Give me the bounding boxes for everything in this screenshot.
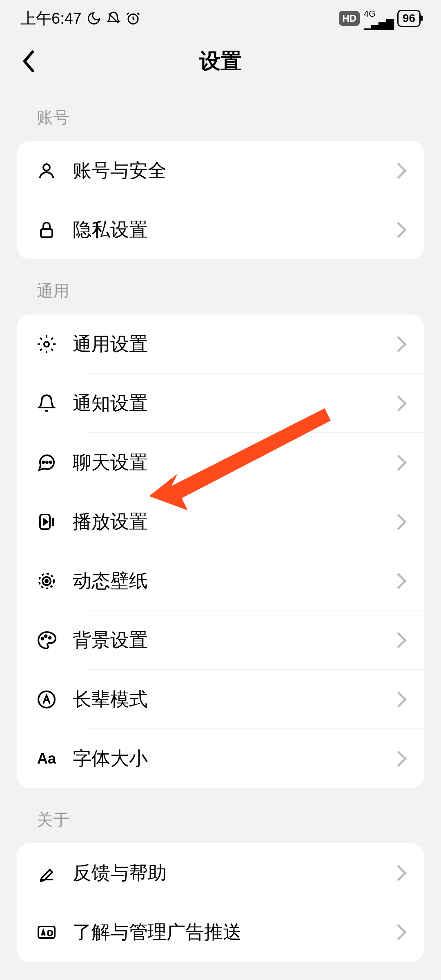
chevron-right-icon: [390, 336, 407, 352]
palette-icon: [37, 630, 56, 650]
chevron-right-icon: [390, 163, 407, 179]
ad-icon: [37, 922, 56, 942]
back-button[interactable]: [16, 49, 41, 74]
card-about: 反馈与帮助 了解与管理广告推送: [17, 843, 424, 962]
row-playback-settings[interactable]: 播放设置: [17, 492, 424, 551]
bell-icon: [37, 394, 56, 413]
row-feedback[interactable]: 反馈与帮助: [17, 843, 424, 902]
chevron-right-icon: [390, 395, 407, 412]
row-label: 通知设置: [73, 391, 393, 416]
page-title: 设置: [199, 47, 242, 76]
card-general: 通用设置 通知设置 聊天设置 播放设置 动态壁纸 背景设置: [17, 314, 424, 788]
row-label: 播放设置: [73, 509, 393, 535]
target-icon: [37, 571, 56, 591]
circle-a-icon: [37, 690, 56, 709]
chevron-right-icon: [390, 924, 407, 940]
chevron-right-icon: [390, 514, 407, 530]
row-label: 聊天设置: [73, 450, 393, 475]
svg-point-14: [49, 637, 51, 639]
row-privacy[interactable]: 隐私设置: [17, 200, 424, 259]
header: 设置: [0, 37, 441, 86]
row-background-settings[interactable]: 背景设置: [17, 610, 424, 670]
hd-badge: HD: [339, 11, 360, 26]
status-left: 上午6:47: [20, 8, 140, 29]
row-label: 了解与管理广告推送: [73, 920, 393, 945]
svg-point-1: [43, 164, 50, 171]
status-time: 上午6:47: [20, 8, 82, 29]
svg-point-11: [45, 580, 48, 582]
lock-icon: [37, 220, 56, 240]
chevron-right-icon: [390, 691, 407, 708]
row-chat-settings[interactable]: 聊天设置: [17, 433, 424, 492]
user-icon: [37, 161, 56, 180]
row-ad-management[interactable]: 了解与管理广告推送: [17, 902, 424, 962]
row-label: 动态壁纸: [73, 568, 393, 594]
chevron-right-icon: [390, 865, 407, 881]
svg-point-5: [46, 461, 48, 463]
row-label: 反馈与帮助: [73, 860, 393, 886]
gear-icon: [37, 334, 56, 354]
alarm-icon: [126, 11, 140, 26]
chevron-right-icon: [390, 454, 407, 471]
row-label: 通用设置: [73, 332, 393, 357]
play-icon: [37, 512, 56, 532]
svg-marker-8: [44, 519, 47, 524]
aa-icon: Aa: [37, 749, 56, 768]
svg-point-6: [50, 461, 51, 463]
row-label: 背景设置: [73, 628, 393, 653]
row-label: 长辈模式: [73, 687, 393, 712]
svg-point-3: [44, 342, 49, 347]
card-account: 账号与安全 隐私设置: [17, 141, 424, 259]
row-notification-settings[interactable]: 通知设置: [17, 374, 424, 433]
row-elder-mode[interactable]: 长辈模式: [17, 670, 424, 729]
row-general-settings[interactable]: 通用设置: [17, 314, 424, 374]
section-label-general: 通用: [0, 259, 441, 314]
battery-indicator: 96: [397, 10, 421, 27]
chevron-right-icon: [390, 751, 407, 767]
status-bar: 上午6:47 HD 4G ▁▃▅▇ 96: [0, 0, 441, 37]
mute-icon: [106, 11, 121, 26]
pencil-icon: [37, 863, 56, 883]
row-live-wallpaper[interactable]: 动态壁纸: [17, 551, 424, 610]
chat-icon: [37, 453, 56, 472]
network-indicator: 4G ▁▃▅▇: [364, 8, 393, 29]
svg-point-4: [42, 461, 44, 463]
svg-point-13: [45, 635, 47, 637]
chevron-right-icon: [390, 632, 407, 648]
moon-icon: [87, 11, 101, 26]
section-label-about: 关于: [0, 788, 441, 843]
row-label: 隐私设置: [73, 217, 393, 243]
chevron-right-icon: [390, 573, 407, 589]
row-label: 账号与安全: [73, 158, 393, 183]
svg-rect-2: [41, 229, 52, 237]
chevron-right-icon: [390, 222, 407, 238]
svg-point-12: [42, 637, 44, 639]
status-right: HD 4G ▁▃▅▇ 96: [339, 8, 421, 29]
row-account-security[interactable]: 账号与安全: [17, 141, 424, 200]
row-font-size[interactable]: Aa 字体大小: [17, 729, 424, 788]
section-label-account: 账号: [0, 86, 441, 141]
row-label: 字体大小: [73, 746, 393, 771]
